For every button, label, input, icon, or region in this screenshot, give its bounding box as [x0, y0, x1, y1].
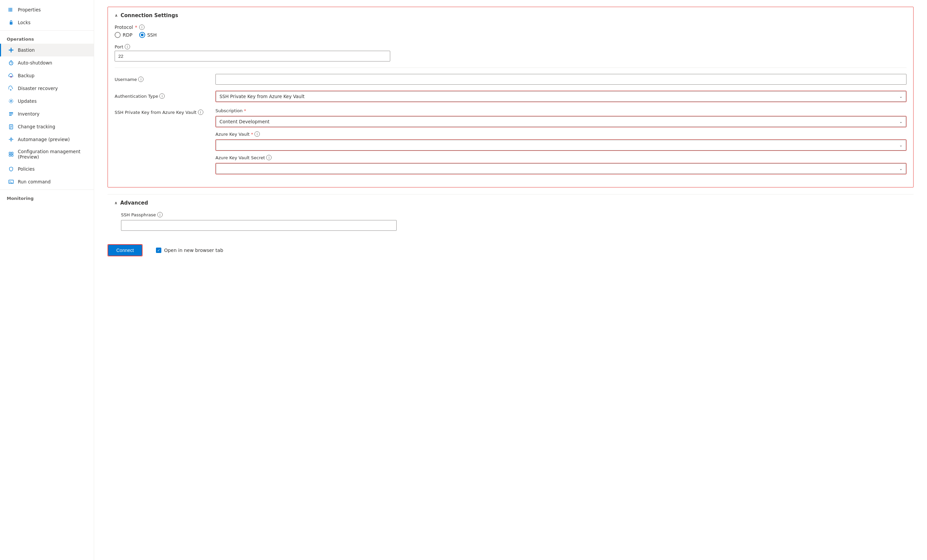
sidebar-item-automanage[interactable]: Automanage (preview): [0, 133, 94, 146]
sidebar-item-updates[interactable]: Updates: [0, 95, 94, 108]
sidebar-item-config-mgmt-label: Configuration management (Preview): [18, 149, 87, 159]
azure-secret-dropdown[interactable]: ⌄: [216, 163, 906, 174]
rdp-label: RDP: [123, 32, 132, 38]
ssh-label: SSH: [147, 32, 157, 38]
azure-secret-info-icon[interactable]: i: [266, 155, 272, 160]
svg-point-21: [11, 139, 11, 140]
svg-rect-26: [9, 152, 11, 154]
svg-rect-14: [9, 114, 13, 114]
sidebar-item-change-tracking[interactable]: Change tracking: [0, 120, 94, 133]
divider-operations: [0, 30, 94, 30]
auth-type-value: SSH Private Key from Azure Key Vault: [219, 94, 304, 99]
protocol-label: Protocol * i: [115, 24, 907, 30]
sidebar-item-policies[interactable]: Policies: [0, 162, 94, 175]
azure-key-vault-dropdown[interactable]: ⌄: [216, 140, 906, 150]
sidebar-item-automanage-label: Automanage (preview): [18, 137, 70, 142]
svg-rect-28: [9, 155, 11, 156]
port-label: Port i: [115, 44, 390, 49]
username-info-icon[interactable]: i: [138, 77, 143, 82]
azure-key-vault-dropdown-wrapper: ⌄: [216, 140, 907, 151]
sidebar-item-disaster-recovery[interactable]: Disaster recovery: [0, 82, 94, 95]
sidebar-item-properties-label: Properties: [18, 7, 41, 12]
auth-type-info-icon[interactable]: i: [159, 93, 165, 99]
auth-type-label: Authentication Type: [115, 94, 158, 99]
sidebar-item-inventory[interactable]: Inventory: [0, 108, 94, 120]
divider-monitoring: [0, 190, 94, 190]
azure-secret-chevron-icon: ⌄: [900, 167, 903, 171]
username-label-area: Username i: [115, 74, 209, 83]
svg-point-12: [11, 100, 12, 102]
azure-key-vault-label: Azure Key Vault: [216, 132, 250, 137]
bottom-action-row: Connect Open in new browser tab: [108, 244, 913, 256]
sidebar: Properties Locks Operations Bastion: [0, 0, 94, 560]
azure-key-vault-field: Azure Key Vault * i ⌄: [216, 131, 907, 151]
sidebar-item-bastion-label: Bastion: [18, 47, 35, 53]
svg-rect-15: [9, 115, 12, 115]
ssh-passphrase-info-icon[interactable]: i: [157, 212, 163, 217]
ssh-passphrase-section: SSH Passphrase i: [121, 212, 907, 231]
sidebar-item-backup[interactable]: Backup: [0, 69, 94, 82]
sidebar-item-auto-shutdown[interactable]: Auto-shutdown: [0, 56, 94, 69]
cross-icon: [8, 47, 14, 53]
rdp-radio[interactable]: [115, 32, 121, 38]
ssh-key-fields: Subscription * Content Development ⌄ Azu…: [216, 108, 907, 175]
ssh-key-row: SSH Private Key from Azure Key Vault i S…: [115, 108, 907, 175]
protocol-required: *: [135, 24, 137, 30]
subscription-label: Subscription: [216, 108, 243, 113]
connection-settings-title: Connection Settings: [121, 12, 178, 18]
shield-icon: [8, 165, 14, 172]
ssh-passphrase-input[interactable]: [121, 220, 397, 231]
ssh-passphrase-label: SSH Passphrase i: [121, 212, 907, 217]
sidebar-item-locks[interactable]: Locks: [0, 16, 94, 29]
ssh-key-info-icon[interactable]: i: [198, 109, 204, 115]
subscription-required: *: [244, 108, 246, 113]
sidebar-item-disaster-recovery-label: Disaster recovery: [18, 86, 58, 91]
azure-secret-field: Azure Key Vault Secret i ⌄: [216, 155, 907, 175]
svg-point-4: [11, 23, 11, 24]
username-label: Username: [115, 77, 137, 82]
svg-rect-0: [9, 8, 9, 12]
advanced-title: Advanced: [120, 200, 148, 206]
config-icon: [8, 151, 14, 158]
protocol-rdp-option[interactable]: RDP: [115, 32, 132, 38]
protocol-ssh-option[interactable]: SSH: [139, 32, 157, 38]
cloud-icon: [8, 72, 14, 79]
sidebar-item-bastion[interactable]: Bastion: [0, 44, 94, 56]
chevron-up-icon: ∧: [115, 13, 118, 18]
ssh-key-label: SSH Private Key from Azure Key Vault: [115, 110, 197, 115]
main-content: ∧ Connection Settings Protocol * i RDP S…: [94, 0, 927, 560]
section-label-operations: Operations: [0, 32, 94, 44]
azure-secret-dropdown-wrapper: ⌄: [216, 163, 907, 175]
auth-type-label-area: Authentication Type i: [115, 91, 209, 100]
port-info-icon[interactable]: i: [125, 44, 130, 49]
azure-key-vault-info-icon[interactable]: i: [254, 131, 260, 137]
auth-type-dropdown-wrapper: SSH Private Key from Azure Key Vault ⌄: [216, 91, 907, 102]
clock-icon: [8, 59, 14, 66]
username-input[interactable]: [216, 74, 907, 85]
svg-rect-27: [11, 152, 13, 154]
connection-settings-header: ∧ Connection Settings: [115, 12, 907, 18]
connection-settings-panel: ∧ Connection Settings Protocol * i RDP S…: [108, 7, 913, 187]
port-row: Port i: [115, 44, 907, 61]
subscription-field: Subscription * Content Development ⌄: [216, 108, 907, 127]
sidebar-item-change-tracking-label: Change tracking: [18, 124, 55, 129]
svg-rect-13: [9, 112, 13, 113]
auth-type-row: Authentication Type i SSH Private Key fr…: [115, 91, 907, 102]
auth-type-dropdown-area: SSH Private Key from Azure Key Vault ⌄: [216, 91, 907, 102]
cloud-sync-icon: [8, 85, 14, 92]
port-input[interactable]: [115, 51, 390, 61]
protocol-info-icon[interactable]: i: [139, 24, 144, 30]
connect-button[interactable]: Connect: [108, 245, 142, 256]
protocol-section: Protocol * i RDP SSH: [115, 24, 907, 38]
sidebar-item-config-mgmt[interactable]: Configuration management (Preview): [0, 146, 94, 162]
open-new-tab-checkbox[interactable]: [156, 247, 161, 253]
ssh-radio[interactable]: [139, 32, 145, 38]
subscription-dropdown[interactable]: Content Development ⌄: [216, 116, 906, 127]
svg-rect-2: [11, 8, 12, 12]
azure-key-vault-chevron-icon: ⌄: [900, 143, 903, 147]
sidebar-item-properties[interactable]: Properties: [0, 3, 94, 16]
sidebar-item-locks-label: Locks: [18, 20, 30, 25]
auth-type-dropdown[interactable]: SSH Private Key from Azure Key Vault ⌄: [216, 91, 906, 102]
sidebar-item-run-command[interactable]: Run command: [0, 175, 94, 188]
azure-secret-label: Azure Key Vault Secret: [216, 155, 265, 160]
